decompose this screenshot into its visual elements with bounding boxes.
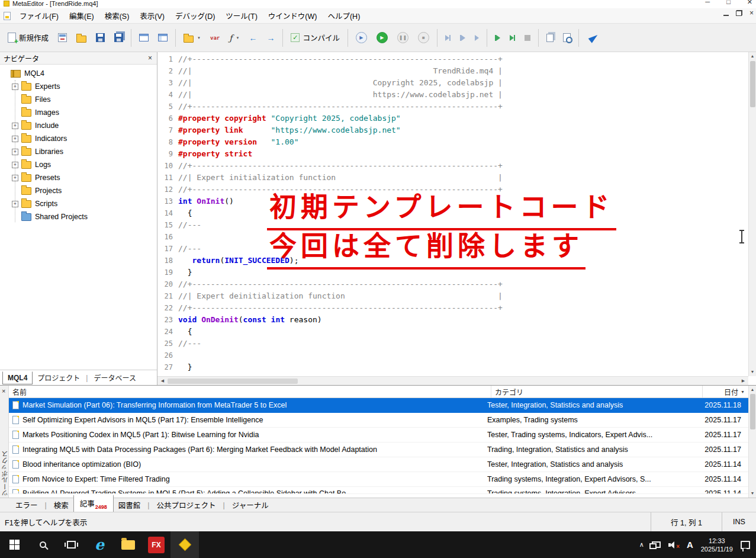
- toolbox-row[interactable]: Market Simulation (Part 06): Transferrin…: [9, 398, 748, 413]
- scroll-right-icon[interactable]: ▶: [739, 379, 747, 383]
- insert-variable-button[interactable]: var: [206, 31, 224, 44]
- expander-icon[interactable]: +: [12, 149, 18, 155]
- tree-item-shared-projects[interactable]: +Shared Projects: [0, 210, 157, 223]
- code-line[interactable]: 26: [160, 349, 748, 361]
- continue-button[interactable]: [506, 31, 519, 44]
- save-all-button[interactable]: [110, 30, 127, 46]
- toolbox-row[interactable]: Markets Positioning Codex in MQL5 (Part …: [9, 428, 748, 442]
- menu-item[interactable]: ツール(T): [220, 8, 262, 24]
- tree-item-experts[interactable]: +Experts: [0, 80, 157, 93]
- bottom-tab-2[interactable]: 検索: [49, 498, 73, 512]
- start-profiling-button[interactable]: ▶: [352, 28, 371, 47]
- break-button[interactable]: [520, 31, 535, 44]
- editor-vscrollbar[interactable]: ▲ ▼: [748, 52, 756, 376]
- code-line[interactable]: 4//| https://www.codelabsjp.net |: [160, 89, 748, 101]
- code-line[interactable]: 3//| Copyright 2025, codelabsjp |: [160, 77, 748, 89]
- insert-function-button[interactable]: ƒ ▼: [225, 30, 243, 46]
- toolbox-scroll-thumb[interactable]: [750, 394, 755, 429]
- task-view-button[interactable]: [57, 531, 85, 558]
- scroll-left-icon[interactable]: ◀: [159, 379, 166, 383]
- publish-button[interactable]: [583, 31, 605, 44]
- tree-item-scripts[interactable]: +Scripts: [0, 197, 157, 210]
- step-out-button[interactable]: [471, 31, 483, 44]
- bottom-tab-1[interactable]: エラー: [11, 498, 43, 512]
- toggle-toolbox-button[interactable]: [154, 30, 172, 45]
- code-line[interactable]: 24 {: [160, 326, 748, 338]
- bottom-tab-6[interactable]: ジャーナル: [227, 498, 274, 512]
- navigator-tab-3[interactable]: データベース: [89, 371, 140, 384]
- navigate-back-button[interactable]: ←: [245, 30, 261, 46]
- hscroll-thumb[interactable]: [168, 379, 298, 384]
- run-to-cursor-button[interactable]: [491, 31, 504, 44]
- navigator-close-button[interactable]: ×: [147, 54, 153, 62]
- expander-icon[interactable]: +: [12, 201, 18, 207]
- toolbox-row[interactable]: Integrating MQL5 with Data Processing Pa…: [9, 442, 748, 457]
- menu-item[interactable]: 検索(S): [99, 8, 135, 24]
- fx-app-button[interactable]: FX: [142, 531, 170, 558]
- menu-item[interactable]: デバッグ(D): [170, 8, 220, 24]
- metaeditor-app-button[interactable]: [170, 531, 199, 558]
- column-header-category[interactable]: カテゴリ: [491, 386, 703, 397]
- menu-item[interactable]: ファイル(F): [14, 8, 64, 24]
- preview-button[interactable]: [559, 30, 575, 46]
- column-header-name[interactable]: 名前: [9, 386, 491, 397]
- close-button[interactable]: ✕: [747, 0, 752, 6]
- navigate-forward-button[interactable]: →: [262, 30, 279, 46]
- bottom-tab-5[interactable]: 公共プロジェクト: [152, 498, 221, 512]
- code-line[interactable]: 21//| Expert deinitialization function |: [160, 290, 748, 302]
- mdi-close-button[interactable]: ×: [749, 10, 754, 16]
- navigator-tab-1[interactable]: MQL4: [2, 371, 33, 384]
- mdi-minimize-button[interactable]: [723, 15, 729, 16]
- scroll-down-icon[interactable]: ▼: [751, 368, 755, 376]
- code-line[interactable]: 10//+-----------------------------------…: [160, 160, 748, 172]
- network-icon[interactable]: [652, 541, 661, 548]
- toolbox-close-button[interactable]: ×: [2, 387, 5, 395]
- menu-item[interactable]: ウインドウ(W): [263, 8, 323, 24]
- toolbox-row[interactable]: Building AI-Powered Trading Systems in M…: [9, 487, 748, 494]
- expander-icon[interactable]: +: [12, 162, 18, 168]
- code-line[interactable]: 9#property strict: [160, 148, 748, 160]
- mdi-restore-button[interactable]: [736, 10, 742, 16]
- editor-hscrollbar[interactable]: ◀ ▶: [157, 376, 748, 385]
- save-button[interactable]: [92, 30, 109, 46]
- new-file-button[interactable]: 新規作成: [4, 28, 53, 47]
- navigator-tab-2[interactable]: プロジェクト: [33, 371, 85, 384]
- code-line[interactable]: 22//+-----------------------------------…: [160, 302, 748, 314]
- maximize-button[interactable]: □: [726, 0, 731, 6]
- code-line[interactable]: 2//| TrendRide.mq4 |: [160, 65, 748, 77]
- tree-item-include[interactable]: +Include: [0, 119, 157, 132]
- toolbox-scrollbar[interactable]: ▲ ▼: [748, 386, 756, 498]
- scroll-down-icon[interactable]: ▼: [751, 489, 755, 498]
- minimize-button[interactable]: ─: [705, 0, 710, 6]
- expander-icon[interactable]: +: [12, 123, 18, 129]
- scroll-up-icon[interactable]: ▲: [751, 386, 755, 394]
- file-explorer-button[interactable]: [114, 531, 142, 558]
- code-line[interactable]: 1//+------------------------------------…: [160, 53, 748, 65]
- code-line[interactable]: 25//---: [160, 338, 748, 349]
- toggle-navigator-button[interactable]: [135, 30, 153, 45]
- start-button[interactable]: [0, 531, 28, 558]
- toolbox-row[interactable]: From Novice to Expert: Time Filtered Tra…: [9, 472, 748, 487]
- expander-icon[interactable]: +: [12, 175, 18, 181]
- open-data-folder-button[interactable]: ▼: [179, 30, 205, 46]
- bottom-tab-4[interactable]: 図書館: [114, 498, 146, 512]
- tray-chevron-icon[interactable]: ∧: [639, 541, 644, 549]
- tree-item-projects[interactable]: +Projects: [0, 184, 157, 197]
- tree-item-mql4[interactable]: MQL4: [0, 67, 157, 80]
- volume-muted-icon[interactable]: ×: [668, 541, 679, 549]
- step-over-button[interactable]: [456, 31, 469, 44]
- code-line[interactable]: 23void OnDeinit(const int reason): [160, 314, 748, 326]
- search-button[interactable]: [28, 531, 57, 558]
- open-file-button[interactable]: [72, 30, 91, 46]
- toolbox-row[interactable]: Self Optimizing Expert Advisors in MQL5 …: [9, 413, 748, 428]
- expander-icon[interactable]: +: [12, 84, 18, 90]
- clock[interactable]: 12:33 2025/11/19: [701, 537, 733, 553]
- tree-item-files[interactable]: +Files: [0, 93, 157, 106]
- ime-indicator[interactable]: A: [687, 540, 693, 550]
- menu-item[interactable]: ヘルプ(H): [322, 8, 365, 24]
- profile-button[interactable]: [54, 30, 71, 46]
- tree-item-images[interactable]: +Images: [0, 106, 157, 119]
- vscroll-thumb[interactable]: [750, 61, 755, 107]
- start-debug-button[interactable]: ▶: [372, 28, 392, 47]
- code-editor[interactable]: 1//+------------------------------------…: [157, 52, 756, 385]
